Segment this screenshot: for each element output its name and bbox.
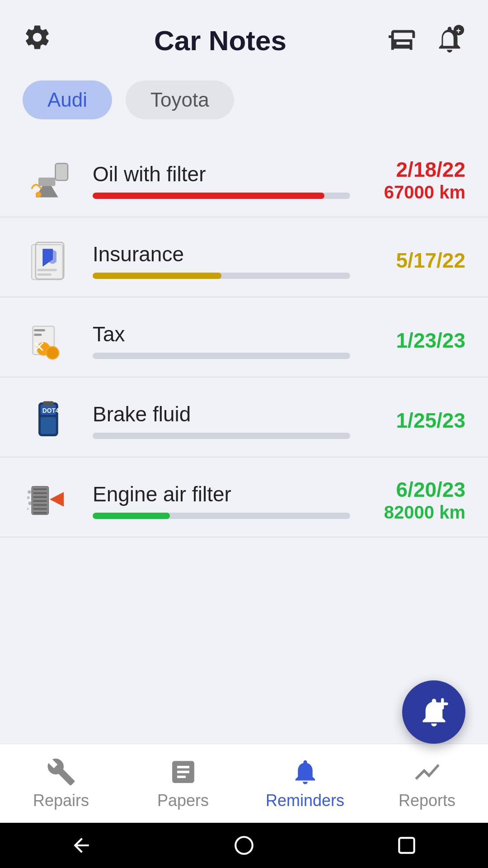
svg-point-13 bbox=[47, 347, 58, 359]
garage-icon[interactable] bbox=[389, 24, 420, 57]
svg-rect-19 bbox=[41, 417, 56, 434]
reminders-label: Reminders bbox=[266, 791, 344, 810]
svg-marker-29 bbox=[50, 492, 64, 507]
reminder-item[interactable]: Insurance5/17/22 bbox=[0, 217, 488, 297]
reminder-icon-tax bbox=[23, 313, 77, 368]
reminder-icon-insurance bbox=[23, 233, 77, 288]
reminder-item[interactable]: Oil with filter2/18/2267000 km bbox=[0, 137, 488, 217]
reminder-content: Engine air filter bbox=[93, 482, 350, 519]
svg-rect-6 bbox=[38, 269, 57, 271]
reminder-content: Insurance bbox=[93, 242, 350, 279]
papers-label: Papers bbox=[157, 791, 209, 810]
bottom-nav: Repairs Papers Reminders Reports bbox=[0, 744, 488, 823]
reminder-progress-fill bbox=[93, 193, 324, 199]
svg-text:DOT4: DOT4 bbox=[42, 407, 59, 414]
reminder-progress-fill bbox=[93, 273, 221, 279]
reminder-date-primary: 1/23/23 bbox=[366, 329, 465, 353]
recents-button[interactable] bbox=[393, 832, 420, 859]
reminder-date-primary: 5/17/22 bbox=[366, 249, 465, 273]
add-notification-icon[interactable]: + bbox=[434, 24, 465, 57]
reminder-content: Tax bbox=[93, 322, 350, 359]
reminder-date-primary: 2/18/22 bbox=[366, 158, 465, 182]
reminder-date: 1/25/23 bbox=[366, 409, 465, 433]
reports-icon bbox=[413, 757, 442, 787]
svg-point-30 bbox=[28, 491, 31, 494]
reminder-progress-bar bbox=[93, 353, 350, 359]
svg-point-31 bbox=[27, 496, 30, 499]
svg-point-32 bbox=[28, 502, 32, 505]
reminder-date-secondary: 82000 km bbox=[366, 501, 465, 523]
tab-audi[interactable]: Audi bbox=[23, 80, 112, 119]
svg-rect-14 bbox=[34, 329, 45, 331]
car-tabs: Audi Toyota bbox=[0, 71, 488, 133]
reminder-progress-bar bbox=[93, 513, 350, 519]
reminder-icon-oil bbox=[23, 153, 77, 208]
back-button[interactable] bbox=[68, 832, 95, 859]
nav-reports[interactable]: Reports bbox=[366, 750, 488, 817]
nav-papers[interactable]: Papers bbox=[122, 750, 244, 817]
reminder-date-primary: 6/20/23 bbox=[366, 478, 465, 502]
reminder-content: Oil with filter bbox=[93, 162, 350, 199]
reminders-icon bbox=[291, 757, 320, 787]
settings-icon[interactable] bbox=[23, 23, 52, 58]
reminder-icon-airfilter bbox=[23, 473, 77, 528]
svg-rect-37 bbox=[399, 838, 414, 853]
system-nav bbox=[0, 823, 488, 868]
reminder-name: Engine air filter bbox=[93, 482, 350, 506]
reminder-name: Tax bbox=[93, 322, 350, 346]
svg-rect-15 bbox=[34, 334, 42, 336]
nav-reminders[interactable]: Reminders bbox=[244, 750, 366, 817]
reminder-date: 5/17/22 bbox=[366, 249, 465, 273]
reminder-name: Oil with filter bbox=[93, 162, 350, 186]
svg-rect-20 bbox=[43, 401, 54, 406]
reminder-progress-fill bbox=[93, 513, 170, 519]
header: Car Notes + bbox=[0, 0, 488, 71]
svg-point-4 bbox=[36, 192, 42, 198]
svg-rect-2 bbox=[56, 164, 68, 181]
reports-label: Reports bbox=[399, 791, 455, 810]
reminder-progress-bar bbox=[93, 193, 350, 199]
reminder-progress-bar bbox=[93, 433, 350, 439]
reminder-item[interactable]: DOT4 Brake fluid1/25/23 bbox=[0, 377, 488, 458]
reminder-date: 6/20/2382000 km bbox=[366, 478, 465, 524]
papers-icon bbox=[169, 757, 198, 787]
reminder-list: Oil with filter2/18/2267000 km Insurance… bbox=[0, 133, 488, 744]
header-actions: + bbox=[389, 24, 465, 57]
repairs-label: Repairs bbox=[33, 791, 89, 810]
reminder-icon-brake: DOT4 bbox=[23, 393, 77, 448]
reminder-item[interactable]: Engine air filter6/20/2382000 km bbox=[0, 458, 488, 538]
svg-rect-35 bbox=[436, 702, 448, 705]
reminder-date-primary: 1/25/23 bbox=[366, 409, 465, 433]
reminder-progress-bar bbox=[93, 273, 350, 279]
reminder-date-secondary: 67000 km bbox=[366, 181, 465, 203]
svg-rect-7 bbox=[38, 274, 52, 276]
reminder-item[interactable]: Tax1/23/23 bbox=[0, 297, 488, 377]
reminder-name: Insurance bbox=[93, 242, 350, 266]
tab-toyota[interactable]: Toyota bbox=[126, 80, 234, 119]
repairs-icon bbox=[47, 757, 76, 787]
reminder-content: Brake fluid bbox=[93, 402, 350, 439]
add-reminder-fab[interactable] bbox=[402, 680, 465, 744]
reminder-name: Brake fluid bbox=[93, 402, 350, 426]
svg-rect-3 bbox=[38, 178, 56, 186]
svg-text:+: + bbox=[456, 26, 461, 35]
svg-point-36 bbox=[235, 837, 253, 854]
svg-point-33 bbox=[27, 508, 29, 510]
reminder-date: 1/23/23 bbox=[366, 329, 465, 353]
reminder-date: 2/18/2267000 km bbox=[366, 158, 465, 203]
app-title: Car Notes bbox=[52, 24, 389, 57]
home-button[interactable] bbox=[230, 832, 258, 859]
nav-repairs[interactable]: Repairs bbox=[0, 750, 122, 817]
